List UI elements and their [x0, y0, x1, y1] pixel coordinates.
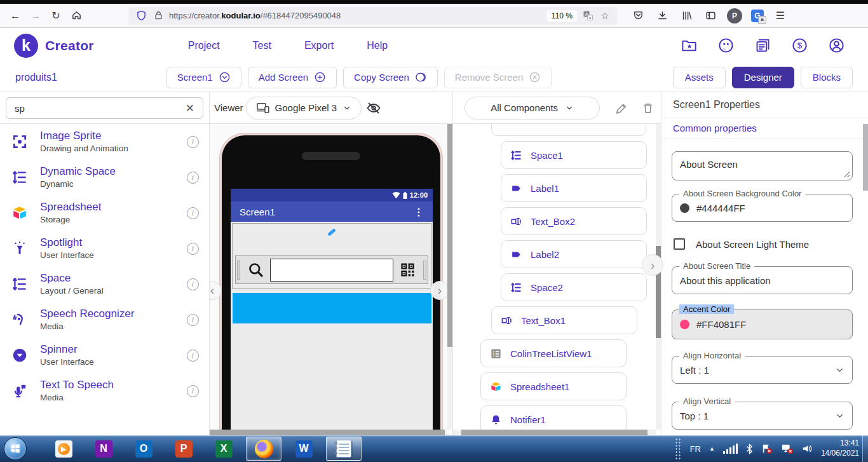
- about-screen-textarea[interactable]: About Screen: [672, 151, 853, 180]
- taskbar-clock[interactable]: 13:41 14/06/2021: [821, 438, 859, 458]
- notepad-taskbar-icon[interactable]: [326, 437, 362, 461]
- info-icon[interactable]: i: [187, 385, 199, 397]
- component-card-space2[interactable]: Space2: [501, 273, 647, 301]
- info-icon[interactable]: i: [187, 243, 199, 255]
- phone-screen[interactable]: 12:00 Screen1 ⋮: [231, 189, 433, 430]
- menu-project[interactable]: Project: [188, 40, 220, 51]
- network-disconnected-icon[interactable]: [781, 444, 794, 454]
- shield-icon[interactable]: [135, 10, 147, 22]
- sidebars-icon[interactable]: [703, 7, 718, 25]
- components-vertical-scrollbar[interactable]: [656, 124, 661, 430]
- url-text[interactable]: https://creator.kodular.io/#618447209549…: [169, 11, 341, 20]
- bluetooth-icon[interactable]: [746, 444, 753, 454]
- powerpoint-taskbar-icon[interactable]: P: [166, 437, 201, 461]
- kodular-logo[interactable]: k: [14, 34, 38, 58]
- component-card-notifier1[interactable]: Notifier1: [480, 405, 627, 430]
- monetization-icon[interactable]: $: [791, 37, 808, 54]
- tab-blocks[interactable]: Blocks: [801, 67, 853, 88]
- scrollbar-thumb[interactable]: [210, 430, 445, 435]
- menu-test[interactable]: Test: [253, 40, 271, 51]
- align-vertical-dropdown[interactable]: Align Vertical Top : 1: [672, 402, 853, 430]
- colintreelistview-component[interactable]: [233, 293, 431, 323]
- color-swatch[interactable]: [680, 320, 689, 329]
- account-icon[interactable]: [828, 37, 845, 54]
- clear-search-icon[interactable]: ✕: [186, 102, 194, 115]
- reload-icon[interactable]: ↻: [47, 7, 65, 25]
- translate-extension-icon[interactable]: G: [751, 10, 764, 22]
- menu-export[interactable]: Export: [304, 40, 334, 51]
- phone-appbar[interactable]: Screen1 ⋮: [231, 201, 433, 222]
- overflow-menu-icon[interactable]: ⋮: [414, 206, 424, 218]
- qr-code-icon[interactable]: [399, 261, 416, 278]
- info-icon[interactable]: i: [187, 172, 199, 184]
- common-properties-section[interactable]: Common properties: [661, 118, 868, 139]
- delete-component-icon[interactable]: [641, 101, 654, 115]
- tab-designer[interactable]: Designer: [732, 67, 794, 88]
- info-icon[interactable]: i: [187, 350, 199, 362]
- palette-item-space[interactable]: SpaceLayout / General i: [0, 266, 209, 302]
- home-icon[interactable]: [67, 7, 85, 25]
- project-name[interactable]: produits1: [15, 72, 57, 83]
- palette-item-spotlight[interactable]: SpotlightUser Interface i: [0, 231, 209, 266]
- lock-icon[interactable]: [152, 10, 165, 22]
- color-swatch[interactable]: [680, 203, 689, 213]
- component-card-spreadsheet1[interactable]: Spreadsheet1: [480, 372, 627, 400]
- info-icon[interactable]: i: [187, 278, 199, 290]
- component-card-label2[interactable]: Label2: [501, 240, 647, 268]
- palette-item-spreadsheet[interactable]: SpreadsheetStorage i: [0, 195, 209, 231]
- translate-page-icon[interactable]: Aa: [581, 10, 594, 22]
- show-hidden-icons[interactable]: ▲: [709, 445, 715, 452]
- wmp-taskbar-icon[interactable]: ▶: [46, 437, 81, 461]
- start-button[interactable]: [4, 437, 27, 460]
- textbox-component[interactable]: [270, 259, 393, 282]
- palette-item-image-sprite[interactable]: Image SpriteDrawing and Animation i: [0, 124, 209, 160]
- back-icon[interactable]: ←: [6, 7, 24, 25]
- palette-item-speech-recognizer[interactable]: Speech RecognizerMedia i: [0, 302, 209, 337]
- palette-item-text-to-speech[interactable]: Text To SpeechMedia i: [0, 373, 209, 409]
- forward-icon[interactable]: →: [27, 7, 44, 25]
- copy-screen-button[interactable]: Copy Screen: [343, 67, 438, 88]
- scrollbar-thumb[interactable]: [461, 430, 648, 435]
- page-zoom-badge[interactable]: 110 %: [547, 10, 577, 22]
- about-screen-title-field[interactable]: About Screen Title About this applicatio…: [672, 266, 853, 294]
- component-card-label1[interactable]: Label1: [501, 174, 647, 202]
- align-horizontal-dropdown[interactable]: Align Horizontal Left : 1: [672, 356, 853, 384]
- palette-search-input[interactable]: sp ✕: [6, 97, 203, 119]
- label-component[interactable]: [327, 228, 336, 236]
- news-icon[interactable]: [754, 37, 771, 54]
- library-icon[interactable]: [679, 7, 694, 25]
- action-center-flag-icon[interactable]: [761, 444, 773, 454]
- component-card-space1[interactable]: Space1: [501, 141, 647, 169]
- scroll-right-arrow[interactable]: ›: [430, 281, 447, 300]
- light-theme-row[interactable]: About Screen Light Theme: [672, 238, 853, 250]
- profile-avatar[interactable]: P: [727, 8, 742, 24]
- accent-color-field[interactable]: Accent Color #FF4081FF: [672, 309, 853, 339]
- info-icon[interactable]: i: [187, 136, 199, 148]
- add-screen-button[interactable]: Add Screen: [248, 67, 337, 88]
- magnifier-icon[interactable]: [247, 261, 264, 278]
- scrollbar-thumb[interactable]: [863, 124, 868, 191]
- volume-icon[interactable]: [802, 444, 813, 454]
- tab-assets[interactable]: Assets: [673, 67, 726, 88]
- light-theme-checkbox[interactable]: [674, 238, 685, 250]
- rename-component-icon[interactable]: [615, 101, 628, 115]
- word-taskbar-icon[interactable]: W: [286, 437, 322, 461]
- firefox-taskbar-icon[interactable]: [246, 437, 281, 461]
- vertical-arrangement[interactable]: [232, 223, 431, 289]
- menu-hamburger-icon[interactable]: ☰: [773, 7, 788, 25]
- viewer-vertical-scrollbar[interactable]: [447, 124, 452, 430]
- about-screen-background-color-field[interactable]: About Screen Background Color #444444FF: [672, 194, 853, 222]
- expand-panel-arrow[interactable]: ›: [642, 254, 663, 276]
- palette-item-dynamic-space[interactable]: Dynamic SpaceDynamic i: [0, 160, 209, 195]
- palette-item-spinner[interactable]: SpinnerUser Interface i: [0, 337, 209, 373]
- excel-taskbar-icon[interactable]: X: [206, 437, 241, 461]
- viewer-horizontal-scrollbar[interactable]: [210, 430, 447, 435]
- components-horizontal-scrollbar[interactable]: [453, 430, 656, 435]
- signal-strength-icon[interactable]: [723, 444, 738, 454]
- outlook-taskbar-icon[interactable]: O: [126, 437, 161, 461]
- bookmark-star-icon[interactable]: ☆: [599, 10, 611, 22]
- show-desktop-button[interactable]: [862, 435, 868, 462]
- component-card-colintreelistview1[interactable]: ColinTreeListView1: [480, 339, 627, 367]
- component-card-clipped[interactable]: [491, 124, 646, 136]
- pocket-icon[interactable]: [630, 7, 646, 25]
